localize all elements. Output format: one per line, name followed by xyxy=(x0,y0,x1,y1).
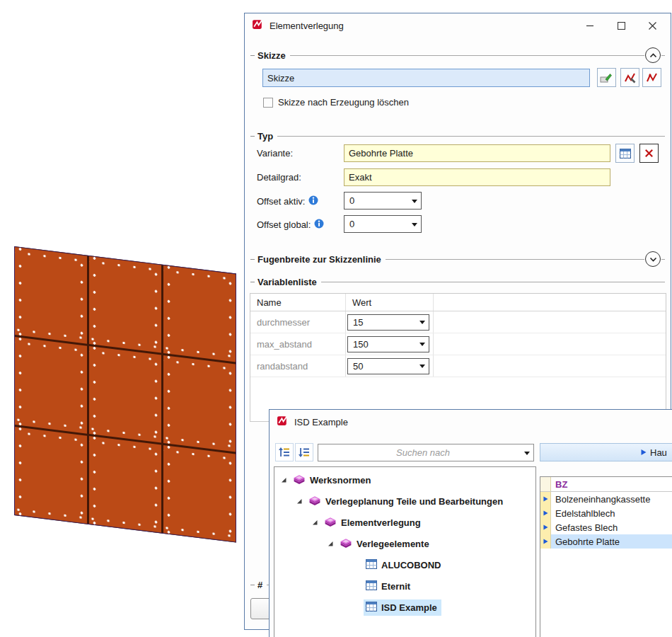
expanded-icon[interactable] xyxy=(280,476,289,483)
catalog-book-icon xyxy=(340,537,352,551)
column-header-name[interactable]: Name xyxy=(250,294,346,311)
catalog-tree: Werksnormen Verlegeplanung Teile und Bea… xyxy=(274,466,536,637)
expand-tree-button[interactable] xyxy=(275,443,294,461)
pick-sketch-button[interactable] xyxy=(597,68,616,87)
column-header-bz[interactable]: BZ xyxy=(551,477,672,491)
row-marker-icon xyxy=(540,534,551,549)
tree-item-label: Verlegeelemente xyxy=(357,539,429,549)
catalog-table-button[interactable] xyxy=(615,144,635,163)
durchmesser-combo[interactable]: 15 xyxy=(347,314,429,331)
selected-tree-node[interactable]: ISD Example xyxy=(364,599,441,616)
detailgrad-label: Detailgrad: xyxy=(257,172,301,183)
skizze-input[interactable] xyxy=(262,69,590,87)
drilled-panel[interactable] xyxy=(15,337,87,434)
app-icon xyxy=(277,415,289,429)
table-header-row: Name Wert xyxy=(250,294,666,311)
drilled-panel[interactable] xyxy=(89,346,161,443)
tree-item-label: Eternit xyxy=(381,581,410,592)
max-abstand-combo[interactable]: 150 xyxy=(347,336,429,352)
offset-aktiv-combo[interactable]: 0 xyxy=(344,192,422,210)
titlebar[interactable]: Elementverlegung xyxy=(245,13,671,38)
variante-label: Variante: xyxy=(257,148,293,159)
tree-item-label: Elementverlegung xyxy=(341,517,421,528)
table-row[interactable]: randabstand 50 xyxy=(250,355,666,377)
chevron-down-icon xyxy=(524,452,530,458)
draw-sketch-button[interactable] xyxy=(642,68,661,87)
close-button[interactable] xyxy=(637,15,668,36)
tree-item-label: Verlegeplanung Teile und Bearbeitungen xyxy=(325,496,503,507)
tree-item-alucobond[interactable]: ALUCOBOND xyxy=(274,554,535,575)
table-row[interactable]: durchmesser 15 xyxy=(250,311,666,333)
expanded-icon[interactable] xyxy=(327,540,336,547)
panel-grid xyxy=(14,246,236,543)
section-label: Fugenbreite zur Skizzenlinie xyxy=(257,254,381,265)
section-label: Skizze xyxy=(257,50,286,61)
cad-viewport xyxy=(14,246,236,515)
variante-input[interactable] xyxy=(344,144,610,162)
row-marker-icon xyxy=(540,520,551,534)
chevron-down-icon xyxy=(419,321,425,327)
delete-sketch-checkbox[interactable] xyxy=(263,98,273,108)
tree-item-label: ISD Example xyxy=(381,602,437,613)
drilled-panel[interactable] xyxy=(15,247,87,344)
row-marker-icon xyxy=(540,506,551,520)
expanded-icon[interactable] xyxy=(311,519,320,526)
drilled-panel[interactable] xyxy=(15,427,87,524)
tree-item-elementverlegung[interactable]: Elementverlegung xyxy=(274,512,535,533)
skizze-collapse-button[interactable] xyxy=(645,47,661,63)
nav-header[interactable]: Hau xyxy=(540,443,672,461)
expanded-icon[interactable] xyxy=(296,498,305,505)
chevron-down-icon xyxy=(412,223,417,229)
offset-global-value: 0 xyxy=(349,219,412,229)
drilled-panel[interactable] xyxy=(89,256,161,353)
offset-global-label: Offset global: xyxy=(257,219,324,231)
section-label: Variablenliste xyxy=(257,277,317,287)
row-marker-icon xyxy=(540,492,551,506)
catalog-book-icon xyxy=(324,516,337,529)
titlebar[interactable]: ISD Example xyxy=(270,410,672,434)
tree-item-eternit[interactable]: Eternit xyxy=(274,575,535,597)
search-input[interactable] xyxy=(322,447,524,459)
isd-example-dialog: ISD Example Hau Werksnormen xyxy=(269,409,672,637)
list-row-label: Gefastes Blech xyxy=(551,520,672,534)
collapse-tree-button[interactable] xyxy=(295,443,313,461)
chevron-down-icon xyxy=(419,365,425,371)
offset-global-combo[interactable]: 0 xyxy=(344,215,422,233)
column-header-wert[interactable]: Wert xyxy=(346,294,434,311)
new-sketch-button[interactable] xyxy=(620,68,639,87)
offset-aktiv-value: 0 xyxy=(349,195,412,206)
detailgrad-input[interactable] xyxy=(344,168,610,186)
chevron-down-icon xyxy=(419,343,425,349)
catalog-book-icon xyxy=(293,474,306,487)
fugenbreite-expand-button[interactable] xyxy=(645,251,661,267)
variable-name: durchmesser xyxy=(250,311,346,333)
table-row[interactable]: max_abstand 150 xyxy=(250,333,666,355)
info-icon xyxy=(314,219,324,231)
minimize-button[interactable] xyxy=(574,15,606,36)
drilled-panel[interactable] xyxy=(89,436,161,533)
offset-aktiv-label: Offset aktiv: xyxy=(257,195,318,207)
tree-item-verlegeelemente[interactable]: Verlegeelemente xyxy=(274,533,535,554)
tree-item-werksnormen[interactable]: Werksnormen xyxy=(274,469,535,490)
list-header-row: BZ xyxy=(540,477,672,492)
drilled-panel[interactable] xyxy=(163,265,236,362)
app-icon xyxy=(252,18,264,33)
list-row[interactable]: Edelstahlblech xyxy=(540,506,672,520)
table-icon xyxy=(366,559,377,571)
tree-item-verlegeplanung[interactable]: Verlegeplanung Teile und Bearbeitungen xyxy=(274,490,535,512)
section-header-fugenbreite: Fugenbreite zur Skizzenlinie xyxy=(250,251,665,267)
clear-variante-button[interactable] xyxy=(639,144,659,163)
section-label: Typ xyxy=(257,131,273,142)
section-header-typ: Typ xyxy=(250,128,665,144)
list-row[interactable]: Gefastes Blech xyxy=(540,520,672,534)
search-combo[interactable] xyxy=(318,444,534,461)
drilled-panel[interactable] xyxy=(163,445,236,542)
list-row[interactable]: Bolzeneinhangkassette xyxy=(540,492,672,506)
drilled-panel[interactable] xyxy=(163,355,236,452)
list-row-selected[interactable]: Gebohrte Platte xyxy=(540,534,672,549)
play-icon xyxy=(641,447,647,458)
table-icon xyxy=(366,602,377,614)
tree-item-isd-example[interactable]: ISD Example xyxy=(274,597,535,618)
maximize-button[interactable] xyxy=(606,15,637,36)
randabstand-combo[interactable]: 50 xyxy=(347,358,429,374)
